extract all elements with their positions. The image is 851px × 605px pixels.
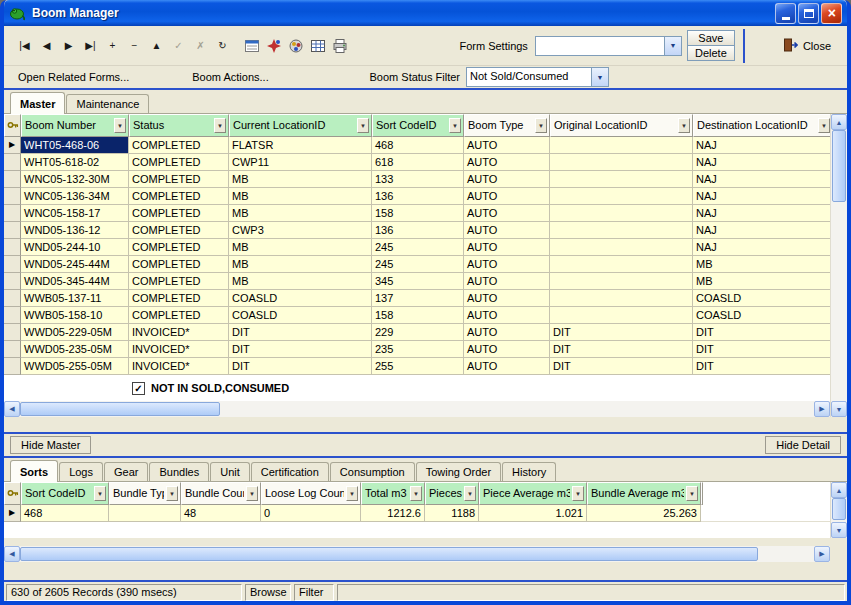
cell[interactable]: 136 <box>372 188 464 205</box>
post-edit-button[interactable]: ✓ <box>168 35 189 56</box>
cell[interactable]: MB <box>229 188 372 205</box>
detail-tab-bundles[interactable]: Bundles <box>149 462 209 481</box>
column-dropdown-icon[interactable]: ▼ <box>214 118 226 133</box>
detail-tab-logs[interactable]: Logs <box>59 462 103 481</box>
cell[interactable]: 345 <box>372 273 464 290</box>
scroll-track[interactable] <box>20 546 814 562</box>
table-row[interactable]: WWD05-229-05MINVOICED*DIT229AUTODITDIT <box>4 324 830 341</box>
cell[interactable]: COASLD <box>229 290 372 307</box>
column-dropdown-icon[interactable]: ▼ <box>166 486 178 501</box>
detail-tab-sorts[interactable]: Sorts <box>10 460 58 482</box>
next-record-button[interactable]: ▶ <box>58 35 79 56</box>
cell[interactable]: COASLD <box>693 290 830 307</box>
scroll-down-icon[interactable]: ▼ <box>831 401 847 417</box>
close-window-button[interactable]: × <box>821 3 842 24</box>
scroll-thumb[interactable] <box>20 402 220 416</box>
cell[interactable]: 136 <box>372 222 464 239</box>
row-selector[interactable] <box>4 273 21 290</box>
cell[interactable]: CWP11 <box>229 154 372 171</box>
cell[interactable]: WND05-345-44M <box>21 273 129 290</box>
cell[interactable]: 618 <box>372 154 464 171</box>
form-settings-combo[interactable]: ▼ <box>535 36 682 56</box>
chevron-down-icon[interactable]: ▼ <box>591 68 608 86</box>
row-selector[interactable] <box>4 171 21 188</box>
column-dropdown-icon[interactable]: ▼ <box>410 486 422 501</box>
table-row[interactable]: WND05-345-44MCOMPLETEDMB345AUTOMB <box>4 273 830 290</box>
table-row[interactable]: WNC05-136-34MCOMPLETEDMB136AUTONAJ <box>4 188 830 205</box>
table-row[interactable]: WWD05-255-05MINVOICED*DIT255AUTODITDIT <box>4 358 830 375</box>
row-selector[interactable]: ▶ <box>4 505 21 522</box>
table-row[interactable]: WNC05-158-17COMPLETEDMB158AUTONAJ <box>4 205 830 222</box>
cell[interactable]: WHT05-468-06 <box>21 137 129 154</box>
delete-record-button[interactable]: − <box>124 35 145 56</box>
cell[interactable]: AUTO <box>464 154 550 171</box>
cell[interactable]: COMPLETED <box>129 290 229 307</box>
cell[interactable]: COMPLETED <box>129 205 229 222</box>
table-row[interactable]: WNC05-132-30MCOMPLETEDMB133AUTONAJ <box>4 171 830 188</box>
scroll-left-icon[interactable]: ◀ <box>4 546 20 562</box>
title-bar[interactable]: Boom Manager × <box>4 0 847 26</box>
cell[interactable]: AUTO <box>464 137 550 154</box>
row-selector[interactable]: ▶ <box>4 137 21 154</box>
minimize-button[interactable] <box>775 3 796 24</box>
cell[interactable]: NAJ <box>693 205 830 222</box>
row-selector[interactable] <box>4 188 21 205</box>
cell[interactable]: DIT <box>229 324 372 341</box>
row-selector[interactable] <box>4 154 21 171</box>
cell[interactable]: 468 <box>372 137 464 154</box>
row-selector[interactable] <box>4 239 21 256</box>
special-actions-button[interactable] <box>263 35 284 56</box>
tab-maintenance[interactable]: Maintenance <box>66 94 149 113</box>
cell[interactable]: 1.021 <box>479 505 587 522</box>
scroll-up-icon[interactable]: ▲ <box>831 482 847 498</box>
row-selector[interactable] <box>4 222 21 239</box>
cell[interactable]: AUTO <box>464 273 550 290</box>
cell[interactable]: WHT05-618-02 <box>21 154 129 171</box>
column-dropdown-icon[interactable]: ▼ <box>464 486 476 501</box>
detail-vertical-scrollbar[interactable]: ▲ ▼ <box>830 482 847 538</box>
cell[interactable]: 245 <box>372 239 464 256</box>
refresh-button[interactable]: ↻ <box>212 35 233 56</box>
cell[interactable] <box>550 307 693 324</box>
boom-status-filter-combo[interactable]: Not Sold/Consumed ▼ <box>466 67 609 87</box>
table-row[interactable]: WHT05-618-02COMPLETEDCWP11618AUTONAJ <box>4 154 830 171</box>
row-selector[interactable] <box>4 205 21 222</box>
cell[interactable]: NAJ <box>693 222 830 239</box>
cell[interactable]: DIT <box>229 358 372 375</box>
scroll-thumb[interactable] <box>832 130 846 202</box>
cell[interactable] <box>550 205 693 222</box>
save-button[interactable]: Save <box>687 30 735 46</box>
scroll-track[interactable] <box>831 130 847 401</box>
table-row[interactable]: WWB05-158-10COMPLETEDCOASLD158AUTOCOASLD <box>4 307 830 324</box>
cell[interactable]: NAJ <box>693 137 830 154</box>
table-row[interactable]: WWB05-137-11COMPLETEDCOASLD137AUTOCOASLD <box>4 290 830 307</box>
last-record-button[interactable]: ▶| <box>80 35 101 56</box>
cell[interactable]: WWD05-235-05M <box>21 341 129 358</box>
table-row[interactable]: ▶4684801212.611881.02125.263 <box>4 505 830 522</box>
cell[interactable]: COMPLETED <box>129 171 229 188</box>
column-dropdown-icon[interactable]: ▼ <box>449 118 461 133</box>
cell[interactable]: NAJ <box>693 239 830 256</box>
chevron-down-icon[interactable]: ▼ <box>664 37 681 55</box>
cell[interactable]: 158 <box>372 205 464 222</box>
cell[interactable]: AUTO <box>464 358 550 375</box>
master-vertical-scrollbar[interactable]: ▲ ▼ <box>830 114 847 417</box>
cell[interactable]: COMPLETED <box>129 256 229 273</box>
cell[interactable] <box>550 273 693 290</box>
cell[interactable]: 48 <box>181 505 261 522</box>
cell[interactable]: DIT <box>550 324 693 341</box>
cell[interactable] <box>550 239 693 256</box>
cell[interactable]: WND05-136-12 <box>21 222 129 239</box>
cell[interactable]: AUTO <box>464 188 550 205</box>
cell[interactable]: AUTO <box>464 307 550 324</box>
cell[interactable]: AUTO <box>464 290 550 307</box>
delete-button[interactable]: Delete <box>687 45 735 61</box>
detail-tab-towing-order[interactable]: Towing Order <box>416 462 501 481</box>
cell[interactable]: CWP3 <box>229 222 372 239</box>
cell[interactable] <box>550 154 693 171</box>
column-dropdown-icon[interactable]: ▼ <box>357 118 369 133</box>
cell[interactable]: AUTO <box>464 171 550 188</box>
column-dropdown-icon[interactable]: ▼ <box>246 486 258 501</box>
insert-record-button[interactable]: + <box>102 35 123 56</box>
maximize-button[interactable] <box>798 3 819 24</box>
